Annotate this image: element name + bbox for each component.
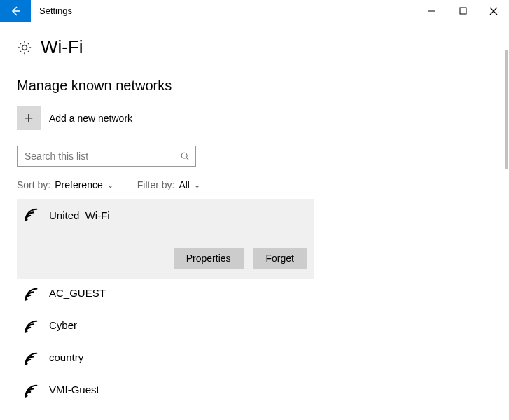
add-network-label: Add a new network: [49, 113, 132, 124]
network-actions: Properties Forget: [174, 248, 307, 269]
scrollbar[interactable]: [505, 50, 508, 169]
svg-point-6: [25, 395, 27, 397]
network-item[interactable]: Cyber: [17, 311, 492, 343]
network-list: United_Wi-Fi Properties Forget AC_GUEST …: [17, 199, 492, 407]
wifi-icon: [24, 351, 39, 367]
svg-point-2: [25, 218, 27, 220]
page-title: Wi-Fi: [41, 36, 83, 58]
back-button[interactable]: [0, 0, 31, 22]
chevron-down-icon: ⌄: [194, 181, 200, 190]
add-network-row[interactable]: + Add a new network: [17, 106, 492, 130]
network-item[interactable]: VMI-Guest: [17, 375, 492, 407]
content-area: Wi-Fi Manage known networks + Add a new …: [0, 22, 509, 420]
properties-button[interactable]: Properties: [174, 248, 244, 269]
network-name: Cyber: [49, 319, 77, 331]
maximize-button[interactable]: [447, 0, 478, 22]
gear-icon: [17, 40, 32, 55]
filter-row: Sort by: Preference ⌄ Filter by: All ⌄: [17, 179, 492, 190]
network-name: United_Wi-Fi: [49, 209, 110, 221]
network-item[interactable]: AC_GUEST: [17, 279, 492, 311]
filter-label: Filter by:: [137, 179, 175, 190]
wifi-icon: [24, 207, 39, 223]
filter-value: All: [179, 179, 190, 190]
window-title: Settings: [31, 0, 72, 22]
network-name: country: [49, 351, 83, 363]
add-tile: +: [17, 106, 41, 130]
plus-icon: +: [25, 109, 34, 127]
chevron-down-icon: ⌄: [107, 181, 113, 190]
minimize-button[interactable]: [417, 0, 447, 22]
search-icon: [180, 151, 190, 161]
svg-rect-0: [460, 8, 466, 14]
sort-by[interactable]: Sort by: Preference ⌄: [17, 179, 113, 190]
svg-point-3: [25, 298, 27, 300]
svg-point-5: [25, 363, 27, 365]
close-button[interactable]: [478, 0, 509, 22]
wifi-icon: [24, 319, 39, 335]
titlebar: Settings: [0, 0, 509, 22]
network-name: VMI-Guest: [49, 384, 99, 396]
svg-point-1: [181, 153, 187, 158]
arrow-left-icon: [10, 6, 21, 17]
network-item[interactable]: country: [17, 343, 492, 375]
wifi-icon: [24, 384, 39, 399]
wifi-icon: [24, 287, 39, 302]
network-item-selected[interactable]: United_Wi-Fi Properties Forget: [17, 199, 314, 279]
sort-label: Sort by:: [17, 179, 50, 190]
search-input[interactable]: [23, 150, 180, 162]
forget-button[interactable]: Forget: [253, 248, 307, 269]
network-name: AC_GUEST: [49, 287, 106, 299]
sort-value: Preference: [55, 179, 102, 190]
section-heading: Manage known networks: [17, 78, 492, 94]
search-box[interactable]: [17, 146, 196, 167]
filter-by[interactable]: Filter by: All ⌄: [137, 179, 200, 190]
window-controls: [417, 0, 509, 22]
svg-point-4: [25, 330, 27, 332]
page-header: Wi-Fi: [17, 36, 492, 58]
